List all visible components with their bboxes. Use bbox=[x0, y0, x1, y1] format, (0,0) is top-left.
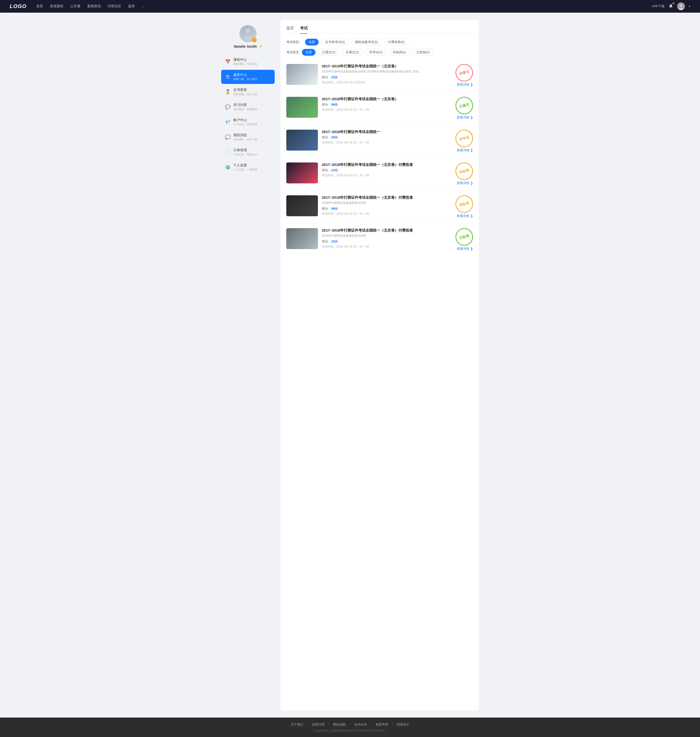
exam-thumb-3 bbox=[286, 130, 318, 150]
footer-link-4[interactable]: 免责声明 bbox=[375, 722, 388, 727]
exam-item-1: 2017–2018年行测证件考试全国统一（北京卷） 2018年行测考试是最值得多… bbox=[286, 59, 473, 92]
sidebar-item-qa[interactable]: 💬 学习问答 课后重温、疑难解答 bbox=[221, 100, 275, 114]
exam-score-2: 得分：99分 bbox=[322, 102, 445, 107]
exam-score-3: 得分：99分 bbox=[322, 135, 445, 140]
nav-link-发现课程[interactable]: 发现课程 bbox=[50, 4, 63, 9]
sidebar-item-course-center[interactable]: 📅 课程中心 精彩课程、不容错过 bbox=[221, 55, 275, 69]
status-filter-全部[interactable]: 全部 bbox=[302, 49, 316, 56]
exam-time-1: 考试时间：2019–05–03 10:09:09 bbox=[322, 81, 445, 85]
settings-icon: ⚙️ bbox=[225, 165, 231, 170]
exam-detail-link-3[interactable]: 查看详情 ❯ bbox=[457, 148, 473, 152]
exam-thumb-2 bbox=[286, 97, 318, 118]
status-filter-label: 考试状态 bbox=[286, 50, 299, 55]
type-filter-证书类考试(4)[interactable]: 证书类考试(4) bbox=[322, 39, 349, 46]
main-container: 🏆 Natalie Smith 📝 📅 课程中心 精彩课程、不容错过 ☰ 题库中… bbox=[216, 13, 484, 718]
sidebar-item-account[interactable]: 💎 账户中心 个人权益、实时掌握 bbox=[221, 115, 275, 129]
certificate-title: 证书荣誉 bbox=[233, 88, 257, 92]
user-menu-chevron[interactable]: ▾ bbox=[689, 4, 690, 8]
type-filter-付费批卷(6)[interactable]: 付费批卷(6) bbox=[384, 39, 408, 46]
qa-icon: 💬 bbox=[225, 104, 231, 110]
app-download-link[interactable]: APP下载 bbox=[652, 4, 665, 9]
qa-sub: 课后重温、疑难解答 bbox=[233, 108, 257, 111]
certificate-sub: 收获荣耀、持证上岗 bbox=[233, 93, 257, 96]
footer-link-0[interactable]: 关于我们 bbox=[291, 722, 303, 727]
sidebar-item-orders[interactable]: 📄 订单管理 订单支出、明细白白 bbox=[221, 145, 275, 159]
nav-link-公开课[interactable]: 公开课 bbox=[70, 4, 81, 9]
exam-status-col-2: 已通过 查看详情 ❯ bbox=[449, 97, 473, 120]
exam-status-stamp-3: 待考试 bbox=[453, 128, 475, 149]
footer-copyright: Copyright® 云朵商学院 版权所有 京ICP备17051340号-1 bbox=[5, 729, 695, 733]
type-filter-全部[interactable]: 全部 bbox=[305, 39, 319, 46]
sidebar: 🏆 Natalie Smith 📝 📅 课程中心 精彩课程、不容错过 ☰ 题库中… bbox=[221, 20, 275, 710]
footer-divider-3: | bbox=[371, 722, 372, 727]
status-filter-row: 考试状态 全部已通过(2)未通过(2)待考试(2)待批阅(2)已批阅(2) bbox=[286, 49, 473, 56]
status-filter-已批阅(2)[interactable]: 已批阅(2) bbox=[413, 49, 433, 56]
question-bank-title: 题库中心 bbox=[233, 73, 257, 77]
tab-题库[interactable]: 题库 bbox=[286, 26, 294, 33]
logo: LOGO bbox=[10, 3, 26, 9]
course-center-title: 课程中心 bbox=[233, 57, 257, 62]
exam-thumb-4 bbox=[286, 162, 318, 183]
exam-item-4: 2017–2018年行测证件考试全国统一（北京卷）付费批卷 得分：25分 考试时… bbox=[286, 158, 473, 190]
type-filter-随机抽题考试(5)[interactable]: 随机抽题考试(5) bbox=[351, 39, 382, 46]
status-filter-待考试(2)[interactable]: 待考试(2) bbox=[366, 49, 386, 56]
nav-link-首页[interactable]: 首页 bbox=[36, 4, 43, 9]
nav-link-题库[interactable]: 题库 bbox=[128, 4, 135, 9]
footer-link-5[interactable]: 招贤纳士 bbox=[397, 722, 409, 727]
exam-info-4: 2017–2018年行测证件考试全国统一（北京卷）付费批卷 得分：25分 考试时… bbox=[322, 162, 445, 178]
exam-info-5: 2017–2018年行测证件考试全国统一（北京卷）付费批卷 2018年行测考试是… bbox=[322, 195, 445, 216]
footer-link-2[interactable]: 网站地图 bbox=[333, 722, 346, 727]
type-filter-label: 考试类型： bbox=[286, 40, 302, 44]
status-filter-未通过(2)[interactable]: 未通过(2) bbox=[342, 49, 363, 56]
tab-考试[interactable]: 考试 bbox=[300, 26, 308, 33]
profile-edit-icon[interactable]: 📝 bbox=[258, 45, 262, 48]
notification-bell[interactable] bbox=[668, 3, 673, 9]
profile-name-row: Natalie Smith 📝 bbox=[234, 44, 262, 49]
status-filter-已通过(2)[interactable]: 已通过(2) bbox=[318, 49, 339, 56]
account-sub: 个人权益、实时掌握 bbox=[233, 122, 257, 126]
exam-detail-link-6[interactable]: 查看详情 ❯ bbox=[457, 247, 473, 251]
exam-status-stamp-4: 待批阅 bbox=[453, 161, 475, 182]
footer-link-3[interactable]: 合作伙伴 bbox=[354, 722, 367, 727]
sidebar-menu: 📅 课程中心 精彩课程、不容错过 ☰ 题库中心 海量习题、助力通关 🏅 证书荣誉… bbox=[221, 55, 275, 174]
exam-thumb-1 bbox=[286, 64, 318, 85]
content-area: 题库考试 考试类型： 全部证书类考试(4)随机抽题考试(5)付费批卷(6) 考试… bbox=[281, 20, 479, 710]
exam-score-4: 得分：25分 bbox=[322, 168, 445, 172]
exam-detail-link-1[interactable]: 查看详情 ❯ bbox=[457, 83, 473, 87]
avatar-badge: 🏆 bbox=[252, 37, 257, 42]
exam-title-3: 2017–2018年行测证件考试全国统一 bbox=[322, 130, 445, 134]
exam-status-col-6: 已批阅 查看详情 ❯ bbox=[449, 228, 473, 251]
nav-right: APP下载 ▾ bbox=[652, 3, 690, 10]
exam-detail-link-2[interactable]: 查看详情 ❯ bbox=[457, 115, 473, 120]
settings-sub: 个人信息、一键管理 bbox=[233, 168, 257, 171]
exam-thumb-6 bbox=[286, 228, 318, 249]
course-center-sub: 精彩课程、不容错过 bbox=[233, 62, 257, 66]
nav-links: 首页发现课程公开课新闻资讯问答社区题库... bbox=[36, 4, 652, 9]
nav-link-新闻资讯[interactable]: 新闻资讯 bbox=[87, 4, 101, 9]
exam-status-stamp-6: 已批阅 bbox=[453, 226, 475, 248]
exam-detail-link-4[interactable]: 查看详情 ❯ bbox=[457, 181, 473, 185]
exam-info-6: 2017–2018年行测证件考试全国统一（北京卷）付费批卷 2018年行测考试是… bbox=[322, 228, 445, 249]
nav-link-问答社区[interactable]: 问答社区 bbox=[108, 4, 121, 9]
exam-time-6: 考试时间：2019–05–03 10：09：09 bbox=[322, 245, 445, 249]
exam-detail-link-5[interactable]: 查看详情 ❯ bbox=[457, 214, 473, 218]
sidebar-item-settings[interactable]: ⚙️ 个人设置 个人信息、一键管理 bbox=[221, 160, 275, 174]
messages-icon: 💭 bbox=[225, 134, 231, 140]
exam-status-col-3: 待考试 查看详情 ❯ bbox=[449, 130, 473, 152]
exam-status-col-1: 未通过 查看详情 ❯ bbox=[449, 64, 473, 87]
footer: 关于我们|加盟代理|网站地图|合作伙伴|免责声明|招贤纳士 Copyright®… bbox=[0, 718, 700, 737]
exam-desc-1: 2018年行测考试是最值得多去研究 2018年行测考试是最值得多去研究 2018… bbox=[322, 69, 424, 74]
nav-link-...[interactable]: ... bbox=[142, 4, 145, 9]
messages-sub: 消息通知、及时了解 bbox=[233, 138, 257, 142]
sidebar-item-question-bank[interactable]: ☰ 题库中心 海量习题、助力通关 bbox=[221, 70, 275, 84]
user-avatar-nav[interactable] bbox=[677, 3, 685, 10]
navbar: LOGO 首页发现课程公开课新闻资讯问答社区题库... APP下载 ▾ bbox=[0, 0, 700, 13]
sidebar-item-certificate[interactable]: 🏅 证书荣誉 收获荣耀、持证上岗 bbox=[221, 85, 275, 99]
exam-list: 2017–2018年行测证件考试全国统一（北京卷） 2018年行测考试是最值得多… bbox=[286, 59, 473, 256]
sidebar-item-messages[interactable]: 💭 我的消息 消息通知、及时了解 bbox=[221, 130, 275, 144]
exam-item-3: 2017–2018年行测证件考试全国统一 得分：99分 考试时间：2019–05… bbox=[286, 125, 473, 158]
footer-link-1[interactable]: 加盟代理 bbox=[312, 722, 325, 727]
exam-desc-6: 2018年行测考试是最值得多去研究 bbox=[322, 234, 424, 238]
status-filter-待批阅(2)[interactable]: 待批阅(2) bbox=[389, 49, 410, 56]
exam-time-3: 考试时间：2019–05–03 10：09：09 bbox=[322, 141, 445, 145]
